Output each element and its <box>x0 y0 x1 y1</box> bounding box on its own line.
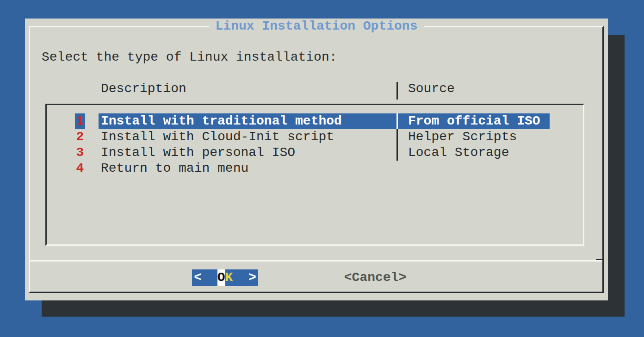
ok-button[interactable]: < O K > <box>192 269 258 286</box>
ok-hotkey: K <box>225 269 233 286</box>
menu-item-tag: 3 <box>75 145 85 161</box>
menu-item-tag: 4 <box>75 161 85 176</box>
menu-item-personal-iso-install[interactable]: 3 Install with personal ISO Local Storag… <box>45 145 584 161</box>
separator-join <box>596 259 602 260</box>
column-separator <box>396 113 398 129</box>
column-separator <box>396 82 398 100</box>
ok-right-bracket: > <box>248 269 256 286</box>
menu-item-tag: 1 <box>75 113 85 129</box>
ok-left-bracket: < <box>194 269 202 286</box>
terminal-screen: Linux Installation Options Select the ty… <box>0 0 644 337</box>
menu-item-return-main-menu[interactable]: 4 Return to main menu <box>45 161 584 176</box>
terminal-cursor: O <box>217 269 225 286</box>
column-header-source: Source <box>408 81 455 97</box>
menu-item-description: Install with personal ISO <box>101 145 295 161</box>
column-separator <box>396 129 398 145</box>
menu-item-description: Return to main menu <box>101 161 248 176</box>
menu-item-source: Local Storage <box>408 145 509 161</box>
menu-item-tag: 2 <box>75 129 85 145</box>
ok-spacer <box>202 269 217 286</box>
dialog-prompt: Select the type of Linux installation: <box>42 50 337 65</box>
column-separator <box>396 145 398 161</box>
installation-options-dialog: Linux Installation Options Select the ty… <box>25 19 608 300</box>
menu-item-description: Install with Cloud-Init script <box>101 129 334 145</box>
menu-item-source: From official ISO <box>408 113 540 129</box>
menu-item-source: Helper Scripts <box>408 129 517 145</box>
dialog-title: Linux Installation Options <box>209 19 424 34</box>
cancel-button[interactable]: <Cancel> <box>341 269 410 286</box>
menu-item-description: Install with traditional method <box>101 113 342 129</box>
menu-item-traditional-install[interactable]: 1 Install with traditional method From o… <box>45 113 584 129</box>
menu-item-cloud-init-install[interactable]: 2 Install with Cloud-Init script Helper … <box>45 129 584 145</box>
button-row-separator <box>30 260 602 262</box>
column-header-description: Description <box>101 81 186 97</box>
ok-spacer <box>233 269 248 286</box>
